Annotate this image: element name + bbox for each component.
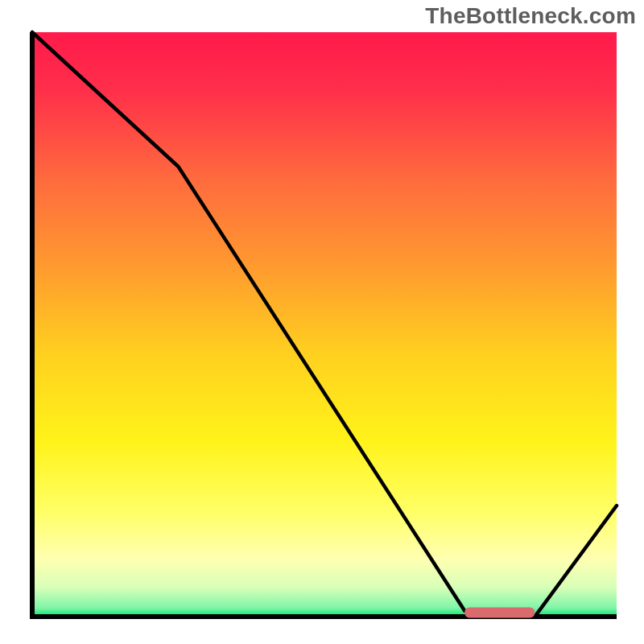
chart-container: TheBottleneck.com bbox=[0, 0, 644, 644]
plot-background bbox=[32, 32, 617, 617]
optimal-zone-marker bbox=[464, 607, 535, 617]
watermark-text: TheBottleneck.com bbox=[425, 3, 636, 29]
bottleneck-chart bbox=[0, 0, 644, 644]
